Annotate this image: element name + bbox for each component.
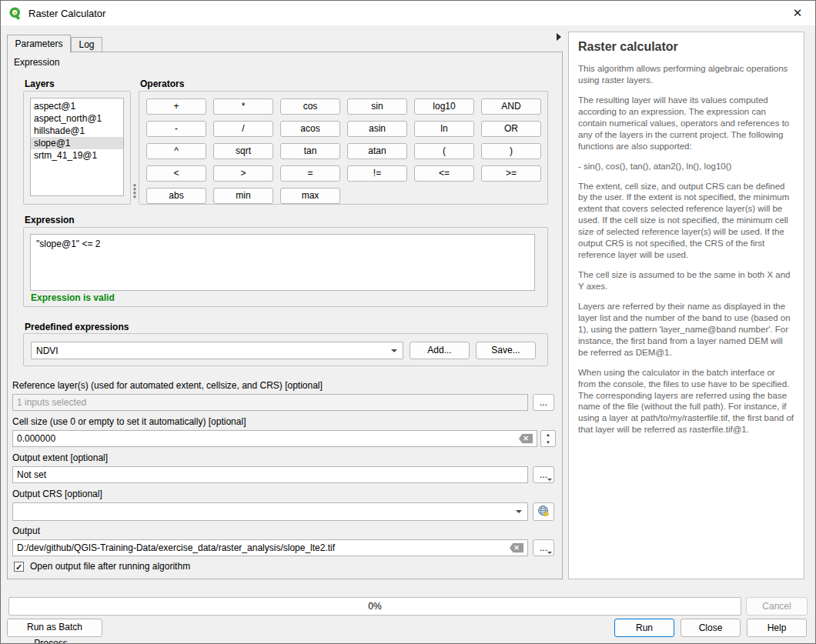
operator-button[interactable]: ) [481,143,541,159]
operator-button[interactable]: min [213,188,273,204]
expression-valid-status: Expression is valid [31,292,115,303]
open-output-checkbox-row[interactable]: ✓ Open output file after running algorit… [14,561,190,572]
operator-button[interactable]: sin [347,98,407,115]
predefined-expression-select[interactable]: NDVI [31,342,403,359]
progress-bar: 0% [8,597,741,616]
output-crs-label: Output CRS [optional] [12,489,102,499]
operator-button[interactable]: max [280,188,340,204]
tab-parameters[interactable]: Parameters [7,35,71,52]
layers-groupbox: aspect@1 aspect_north@1 hillshade@1 slop… [23,91,131,205]
help-paragraph: The resulting layer will have its values… [578,95,794,152]
spin-down-icon[interactable]: ▼ [541,439,555,446]
operator-button[interactable]: abs [146,188,206,204]
ellipsis-label: ... [540,469,547,480]
operator-button[interactable]: acos [280,121,340,137]
help-paragraph: Layers are referred by their name as dis… [578,301,794,359]
output-path-field[interactable]: D:/dev/github/QGIS-Training-Data/exercis… [12,539,528,556]
layer-item[interactable]: aspect_north@1 [31,112,123,125]
reference-layers-browse-button[interactable]: ... [533,394,554,411]
close-button[interactable]: Close [681,619,741,637]
reference-layers-value: 1 inputs selected [17,397,86,408]
operator-button[interactable]: * [213,98,273,115]
expression-group-label: Expression [25,215,75,225]
predefined-group-label: Predefined expressions [25,322,129,332]
splitter-handle[interactable]: ●●●● [132,183,137,214]
add-expression-button[interactable]: Add... [410,342,470,359]
expression-input[interactable]: "slope@1" <= 2 [30,234,535,291]
operator-button[interactable]: - [146,121,206,137]
cellsize-label: Cell size (use 0 or empty to set it auto… [12,416,246,427]
operator-button[interactable]: cos [280,98,340,115]
collapse-panel-icon[interactable] [557,33,561,41]
run-as-batch-button[interactable]: Run as Batch Process... [7,619,102,637]
output-label: Output [12,526,40,536]
chevron-down-icon [547,479,552,481]
raster-calculator-dialog: { "window": { "title": "Raster Calculato… [0,0,816,644]
operator-button[interactable]: asin [347,121,407,137]
operators-grid: + * cos sin log10 AND - / acos asin ln O… [146,98,541,204]
ellipsis-label: ... [540,542,547,553]
predefined-selected-value: NDVI [36,345,59,356]
output-browse-button[interactable]: ... [533,539,554,556]
spin-up-icon[interactable]: ▲ [541,431,555,439]
cellsize-field[interactable]: 0.000000 ✕ [12,430,537,447]
operator-button[interactable]: tan [280,143,340,159]
reference-layers-label: Reference layer(s) (used for automated e… [12,380,323,391]
window-title: Raster Calculator [28,8,105,19]
tab-log[interactable]: Log [71,37,102,52]
operators-groupbox: + * cos sin log10 AND - / acos asin ln O… [139,91,548,205]
progress-percent: 0% [9,601,741,612]
chevron-down-icon [547,552,552,554]
operator-button[interactable]: log10 [414,98,474,115]
chevron-down-icon [391,349,397,352]
predefined-groupbox: NDVI Add... Save... [23,333,548,366]
layers-group-label: Layers [25,78,55,89]
help-paragraph: - sin(), cos(), tan(), atan2(), ln(), lo… [578,161,794,172]
operators-group-label: Operators [140,78,184,89]
output-extent-browse-button[interactable]: ... [533,466,554,483]
parameters-page: Expression Layers aspect@1 aspect_north@… [7,52,563,579]
output-extent-label: Output extent [optional] [12,452,108,463]
help-button[interactable]: Help [747,619,807,637]
output-path-value: D:/dev/github/QGIS-Training-Data/exercis… [17,542,335,553]
save-expression-button[interactable]: Save... [476,342,536,359]
cancel-button[interactable]: Cancel [746,597,808,616]
operator-button[interactable]: >= [481,165,541,182]
output-extent-value: Not set [17,469,46,480]
output-extent-field[interactable]: Not set [12,466,528,483]
checkbox-checked-icon[interactable]: ✓ [14,562,24,572]
select-crs-button[interactable] [533,502,554,521]
help-paragraph: This algorithm allows performing algebra… [578,63,794,86]
operator-button[interactable]: ln [414,121,474,137]
layers-list: aspect@1 aspect_north@1 hillshade@1 slop… [30,98,124,196]
globe-crs-icon [537,505,550,517]
close-icon[interactable]: ✕ [780,1,815,25]
run-button[interactable]: Run [614,619,674,637]
operator-button[interactable]: != [347,165,407,182]
operator-button[interactable]: OR [481,121,541,137]
layer-item[interactable]: aspect@1 [31,100,123,112]
cellsize-value: 0.000000 [17,433,55,444]
operator-button[interactable]: + [146,98,206,115]
clear-field-icon[interactable]: ✕ [510,543,523,553]
layer-item[interactable]: hillshade@1 [31,125,123,137]
output-crs-select[interactable] [12,502,528,521]
operator-button[interactable]: / [213,121,273,137]
help-title: Raster calculator [578,40,794,54]
operator-button[interactable]: sqrt [213,143,273,159]
layer-item[interactable]: srtm_41_19@1 [31,149,123,162]
operator-button[interactable]: AND [481,98,541,115]
operator-button[interactable]: <= [414,165,474,182]
help-paragraph: The extent, cell size, and output CRS ca… [578,181,794,262]
operator-button[interactable]: ( [414,143,474,159]
cellsize-stepper[interactable]: ▲ ▼ [540,430,556,447]
operator-button[interactable]: ^ [146,143,206,159]
operator-button[interactable]: > [213,165,273,182]
expression-section-label: Expression [14,57,59,68]
operator-button[interactable]: < [146,165,206,182]
clear-field-icon[interactable]: ✕ [519,434,533,444]
chevron-down-icon [516,510,522,513]
operator-button[interactable]: atan [347,143,407,159]
layer-item-selected[interactable]: slope@1 [31,137,123,149]
operator-button[interactable]: = [280,165,340,182]
